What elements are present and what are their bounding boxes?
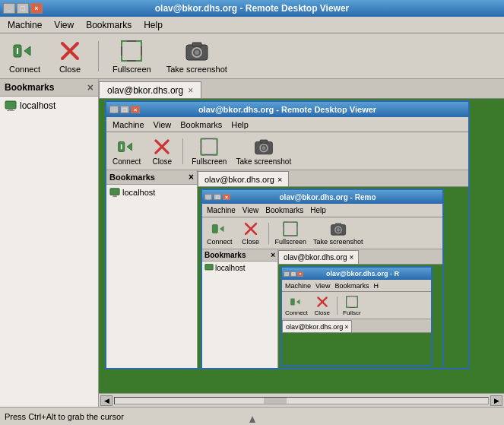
nested3-menu-2[interactable]: Bookmarks	[333, 281, 370, 290]
nested2-bookmarks-header: Bookmarks ×	[202, 249, 277, 262]
svg-rect-34	[205, 265, 214, 271]
nested3-connect-icon	[290, 295, 303, 309]
nested-main-3: olav@bkor.dhs.org ×	[282, 319, 431, 365]
resize-icon	[248, 415, 257, 424]
nested3-menu-0[interactable]: Machine	[284, 281, 312, 290]
svg-rect-10	[5, 101, 16, 109]
nested-toolbar-2: Connect	[202, 217, 442, 249]
main-area: Bookmarks × localhost olav@bkor.dhs.org …	[0, 79, 504, 407]
menu-machine[interactable]: Machine	[3, 18, 46, 32]
nested3-tab-close[interactable]: ×	[344, 323, 348, 331]
tab-main[interactable]: olav@bkor.dhs.org ×	[99, 81, 201, 98]
nested-menu-machine-1[interactable]: Machine	[109, 119, 147, 130]
nested2-minimize[interactable]: _	[204, 194, 212, 200]
nested-bookmark-item-1[interactable]: localhost	[106, 185, 197, 200]
fullscreen-icon	[119, 39, 144, 63]
nested-close-label-1: Close	[152, 157, 172, 166]
screenshot-button[interactable]: Take screenshot	[162, 36, 232, 77]
nested2-connect-label: Connect	[207, 238, 233, 246]
nested-title-bar-3: _ □ × olav@bkor.dhs.org - R	[282, 268, 431, 280]
nested-fullscreen-1[interactable]: Fullscreen	[189, 135, 230, 167]
fullscreen-label: Fullscreen	[113, 65, 151, 74]
menu-bookmarks[interactable]: Bookmarks	[81, 18, 136, 32]
connect-icon	[12, 39, 36, 63]
nested-menu-bookmarks-1[interactable]: Bookmarks	[177, 119, 225, 130]
svg-rect-9	[192, 43, 201, 46]
nested-connect-1[interactable]: Connect	[109, 135, 144, 167]
nested-menu-help-1[interactable]: Help	[228, 119, 252, 130]
connect-button[interactable]: Connect	[5, 36, 45, 77]
svg-rect-29	[284, 222, 297, 236]
svg-rect-24	[113, 195, 116, 197]
bookmarks-close-button[interactable]: ×	[87, 81, 94, 94]
nested-screenshot-1[interactable]: Take screenshot	[233, 135, 294, 167]
nested2-close-label: Close	[242, 238, 259, 246]
nested2-fullscreen[interactable]: Fullscreen	[273, 219, 309, 247]
nested3-fullscreen[interactable]: Fullscr	[341, 294, 363, 317]
nested2-close-x[interactable]: ×	[223, 194, 230, 200]
close-icon	[58, 39, 82, 63]
scroll-right-button[interactable]: ▶	[490, 395, 502, 406]
nested-maximize-1[interactable]: □	[120, 106, 129, 113]
svg-point-32	[337, 228, 340, 231]
nested-close-btn-1[interactable]: Close	[147, 135, 177, 167]
nested2-bookmarks-close[interactable]: ×	[271, 251, 275, 259]
nested2-menu-0[interactable]: Machine	[204, 205, 238, 215]
computer-icon	[5, 100, 17, 112]
nested2-screenshot-icon	[330, 220, 347, 237]
nested-fullscreen-icon-1	[199, 137, 219, 157]
resize-handle[interactable]	[247, 414, 258, 425]
nested2-menu-3[interactable]: Help	[308, 205, 328, 215]
maximize-button[interactable]: □	[17, 3, 29, 14]
svg-rect-5	[122, 41, 141, 61]
svg-rect-35	[290, 298, 295, 305]
nested-tab-bar-1: olav@bkor.dhs.org ×	[198, 170, 468, 187]
nested-title-3: olav@bkor.dhs.org - R	[326, 270, 399, 278]
svg-rect-1	[17, 48, 18, 54]
nested-menu-view-1[interactable]: View	[151, 119, 175, 130]
nested-close-1[interactable]: ×	[131, 106, 140, 113]
nested3-maximize[interactable]: □	[290, 271, 296, 277]
close-label: Close	[59, 65, 81, 74]
toolbar: Connect Close Fullscreen	[0, 33, 504, 79]
nested2-screenshot[interactable]: Take screenshot	[311, 219, 366, 247]
bookmark-localhost[interactable]: localhost	[0, 97, 98, 115]
menu-help[interactable]: Help	[139, 18, 167, 32]
nested3-minimize[interactable]: _	[284, 271, 290, 277]
nested-tab-label-3: olav@bkor.dhs.org	[286, 323, 343, 331]
tab-close-button[interactable]: ×	[188, 85, 193, 96]
nested2-connect[interactable]: Connect	[204, 219, 235, 247]
menu-bar: Machine View Bookmarks Help	[0, 17, 504, 33]
nested2-menu-2[interactable]: Bookmarks	[263, 205, 306, 215]
nested2-close-btn[interactable]: Close	[237, 219, 265, 247]
nested3-close-btn[interactable]: Close	[311, 294, 334, 317]
svg-rect-18	[201, 138, 217, 154]
nested-tab-3[interactable]: olav@bkor.dhs.org ×	[282, 320, 352, 332]
nested2-tab-close[interactable]: ×	[350, 253, 354, 262]
nested2-connect-icon	[211, 220, 228, 237]
minimize-button[interactable]: _	[3, 3, 15, 14]
nested2-maximize[interactable]: □	[214, 194, 221, 200]
nested3-menu-1[interactable]: View	[314, 281, 331, 290]
nested-tab-bar-3: olav@bkor.dhs.org ×	[282, 319, 431, 333]
menu-view[interactable]: View	[49, 18, 78, 32]
close-button[interactable]: ×	[30, 3, 43, 14]
scroll-track[interactable]	[114, 397, 489, 404]
close-button[interactable]: Close	[51, 36, 89, 77]
scroll-thumb[interactable]	[264, 398, 287, 404]
nested2-bookmark-item[interactable]: localhost	[202, 262, 277, 274]
fullscreen-button[interactable]: Fullscreen	[108, 36, 156, 77]
nested2-menu-1[interactable]: View	[240, 205, 262, 215]
nested3-close-x[interactable]: ×	[297, 271, 303, 277]
nested-tab-1[interactable]: olav@bkor.dhs.org ×	[198, 171, 289, 186]
nested3-menu-3[interactable]: H	[372, 281, 380, 290]
nested2-close-icon	[242, 220, 259, 237]
nested-bookmark-label-1: localhost	[122, 188, 155, 197]
svg-rect-22	[260, 140, 268, 143]
nested-tab-2[interactable]: olav@bkor.dhs.org ×	[278, 250, 359, 264]
nested-minimize-1[interactable]: _	[109, 106, 119, 113]
nested-tab-close-1[interactable]: ×	[277, 175, 282, 184]
nested-bookmarks-close-1[interactable]: ×	[189, 172, 194, 182]
nested3-connect[interactable]: Connect	[284, 294, 309, 317]
scroll-left-button[interactable]: ◀	[100, 395, 113, 406]
